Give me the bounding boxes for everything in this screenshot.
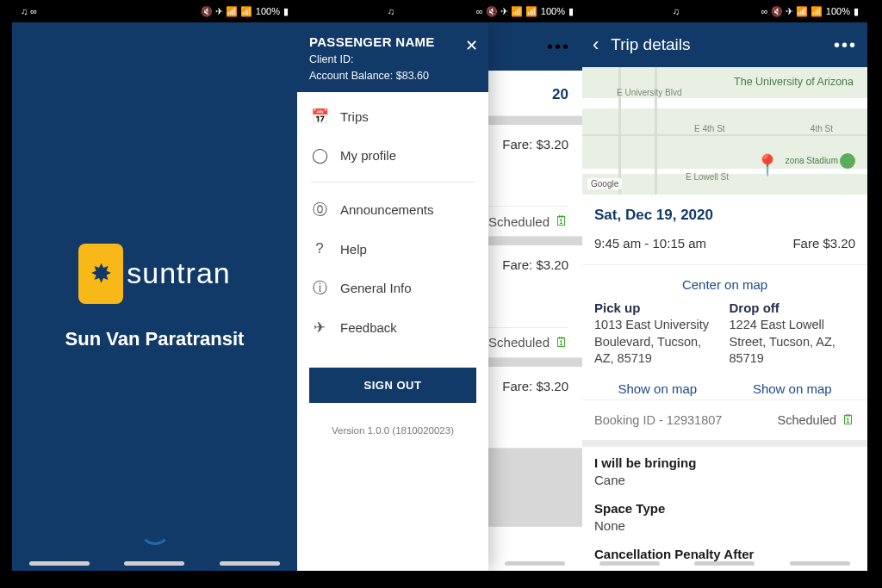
drawer-item-announcements[interactable]: ⓪Announcements	[297, 189, 488, 230]
dropoff-heading: Drop off	[730, 300, 856, 315]
center-on-map-link[interactable]: Center on map	[594, 265, 855, 300]
drawer-item-profile[interactable]: ◯My profile	[297, 136, 488, 175]
drawer-item-help[interactable]: ?Help	[297, 230, 488, 268]
drawer-item-trips[interactable]: 📅Trips	[297, 97, 488, 136]
space-type-heading: Space Type	[594, 501, 855, 516]
announcement-icon: ⓪	[311, 200, 328, 220]
trip-details-screen: ♫ ∞ 🔇 ✈ 📶 📶 100% ▮ ‹ Trip details ••• E …	[582, 0, 867, 571]
battery-icon: ▮	[283, 6, 289, 17]
status-left: ♫ ∞	[21, 6, 37, 16]
splash-title: Sun Van Paratransit	[65, 328, 245, 350]
landmark-label: zona Stadium	[786, 156, 838, 165]
bringing-value: Cane	[594, 473, 855, 487]
calendar-icon: 📅	[311, 108, 328, 126]
info-icon: ⓘ	[311, 278, 328, 298]
trip-fare: Fare: $3.20	[502, 379, 568, 393]
drawer-item-label: Announcements	[340, 202, 433, 217]
account-balance: Account Balance: $83.60	[309, 70, 476, 82]
calendar-check-icon: 🗓	[555, 335, 568, 350]
status-icons: ∞ 🔇 ✈ 📶 📶	[476, 6, 537, 17]
drawer-item-label: Feedback	[340, 320, 397, 335]
drawer-item-label: Help	[340, 242, 367, 257]
pickup-heading: Pick up	[594, 300, 721, 315]
close-icon[interactable]: ✕	[465, 36, 478, 55]
show-on-map-link[interactable]: Show on map	[730, 381, 856, 396]
trip-fare: Fare: $3.20	[502, 257, 568, 272]
status-text: Scheduled	[488, 214, 550, 229]
battery-text: 100%	[256, 6, 280, 16]
drawer-item-label: General Info	[340, 281, 412, 295]
street-label: E 4th St	[694, 124, 725, 133]
status-center-icon: ♫	[591, 6, 761, 16]
drawer-item-general-info[interactable]: ⓘGeneral Info	[297, 268, 488, 308]
sign-out-button[interactable]: SIGN OUT	[309, 368, 476, 403]
sun-badge-icon: ✸	[78, 244, 123, 304]
drawer-item-label: Trips	[340, 109, 369, 124]
battery-text: 100%	[541, 6, 565, 16]
drawer-item-feedback[interactable]: ✈Feedback	[297, 308, 488, 347]
trip-fare: Fare: $3.20	[502, 137, 568, 152]
status-bar: ♫ ∞ 🔇 ✈ 📶 📶 100% ▮	[297, 0, 582, 22]
brand-left: sun	[127, 257, 177, 290]
street-label: E Lowell St	[686, 172, 729, 182]
version-text: Version 1.0.0 (1810020023)	[297, 425, 488, 436]
passenger-name: PASSENGER NAME	[309, 34, 476, 49]
status-right: 🔇 ✈ 📶 📶 100% ▮	[201, 6, 289, 17]
brand-right: tran	[177, 257, 231, 290]
pickup-address: 1013 East University Boulevard, Tucson, …	[594, 317, 721, 368]
status-icons: 🔇 ✈ 📶 📶	[201, 6, 252, 17]
status-bar: ♫ ∞ 🔇 ✈ 📶 📶 100% ▮	[12, 0, 297, 22]
status-bar: ♫ ∞ 🔇 ✈ 📶 📶 100% ▮	[582, 0, 867, 22]
dropoff-address: 1224 East Lowell Street, Tucson, AZ, 857…	[730, 317, 856, 368]
booking-id: Booking ID - 12931807	[594, 413, 722, 427]
drawer-header: PASSENGER NAME Client ID: Account Balanc…	[297, 22, 488, 92]
status-text: Scheduled	[488, 335, 550, 350]
splash-screen: ♫ ∞ 🔇 ✈ 📶 📶 100% ▮ ✸ sun tran Sun Van Pa…	[12, 0, 297, 571]
page-title: Trip details	[611, 35, 822, 54]
show-on-map-link[interactable]: Show on map	[594, 381, 721, 396]
trip-time: 9:45 am - 10:15 am	[594, 236, 706, 251]
nav-drawer: PASSENGER NAME Client ID: Account Balanc…	[297, 22, 488, 571]
status-icons: ∞ 🔇 ✈ 📶 📶	[761, 6, 823, 17]
street-label: E University Blvd	[617, 88, 682, 97]
more-icon[interactable]: •••	[547, 37, 570, 57]
drawer-item-label: My profile	[340, 148, 396, 163]
status-right: ∞ 🔇 ✈ 📶 📶 100% ▮	[476, 6, 574, 17]
battery-icon: ▮	[854, 6, 859, 17]
system-nav-bar	[12, 555, 297, 571]
map-pin-icon: 📍	[755, 153, 780, 177]
client-id-label: Client ID:	[309, 53, 476, 65]
trip-fare: Fare $3.20	[792, 236, 855, 251]
calendar-check-icon: 🗓	[555, 214, 568, 229]
space-type-value: None	[594, 518, 855, 533]
profile-icon: ◯	[311, 146, 328, 164]
status-center-icon: ♫	[306, 6, 476, 16]
trip-date: Sat, Dec 19, 2020	[594, 207, 855, 224]
university-label: The University of Arizona	[734, 76, 854, 89]
details-header: ‹ Trip details •••	[582, 22, 867, 67]
street-label: 4th St	[811, 124, 833, 133]
system-nav-bar	[582, 555, 867, 571]
divider	[311, 182, 475, 183]
bringing-heading: I will be bringing	[594, 455, 855, 470]
calendar-check-icon: 🗓	[842, 412, 855, 428]
battery-text: 100%	[826, 6, 850, 16]
loading-spinner-icon	[140, 514, 171, 545]
map-view[interactable]: E University Blvd E 4th St E Lowell St 4…	[582, 67, 867, 195]
more-icon[interactable]: •••	[834, 35, 857, 55]
status-text: Scheduled	[777, 413, 836, 427]
brand-logo: ✸ sun tran	[78, 244, 230, 304]
help-icon: ?	[311, 240, 328, 257]
park-icon	[840, 153, 855, 169]
send-icon: ✈	[311, 319, 328, 337]
trips-screen: ♫ ∞ 🔇 ✈ 📶 📶 100% ▮ ••• 20 Fare: $3.20 f …	[297, 0, 582, 571]
map-brand: Google	[587, 178, 622, 189]
status-right: ∞ 🔇 ✈ 📶 📶 100% ▮	[761, 6, 859, 17]
back-icon[interactable]: ‹	[593, 34, 599, 56]
battery-icon: ▮	[568, 6, 574, 17]
